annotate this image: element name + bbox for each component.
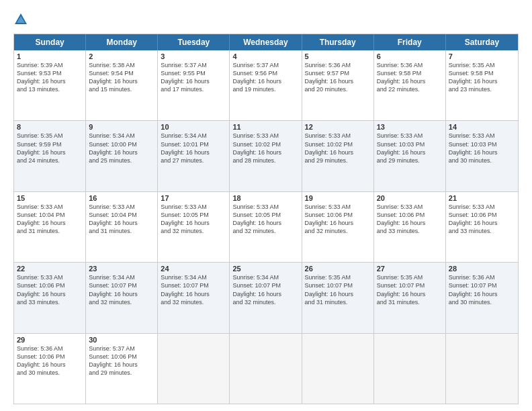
day-number: 26 [305, 265, 371, 273]
day-number: 28 [449, 265, 515, 273]
day-cell-27: 27Sunrise: 5:35 AM Sunset: 10:07 PM Dayl… [374, 263, 446, 332]
day-info: Sunrise: 5:36 AM Sunset: 9:57 PM Dayligh… [305, 61, 371, 94]
day-number: 11 [232, 123, 298, 131]
day-info: Sunrise: 5:33 AM Sunset: 10:05 PM Daylig… [161, 203, 226, 236]
day-info: Sunrise: 5:33 AM Sunset: 10:06 PM Daylig… [449, 203, 515, 236]
calendar-row-3: 15Sunrise: 5:33 AM Sunset: 10:04 PM Dayl… [14, 191, 518, 262]
day-number: 13 [377, 123, 443, 131]
empty-cell [446, 334, 518, 404]
day-info: Sunrise: 5:39 AM Sunset: 9:53 PM Dayligh… [17, 61, 83, 94]
page: SundayMondayTuesdayWednesdayThursdayFrid… [0, 0, 532, 411]
day-number: 22 [17, 265, 83, 273]
day-info: Sunrise: 5:34 AM Sunset: 10:07 PM Daylig… [232, 273, 298, 306]
day-cell-6: 6Sunrise: 5:36 AM Sunset: 9:58 PM Daylig… [374, 50, 446, 120]
day-info: Sunrise: 5:34 AM Sunset: 10:00 PM Daylig… [89, 132, 154, 165]
day-info: Sunrise: 5:33 AM Sunset: 10:02 PM Daylig… [305, 132, 371, 165]
day-number: 3 [161, 52, 226, 60]
day-number: 25 [232, 265, 298, 273]
day-info: Sunrise: 5:34 AM Sunset: 10:07 PM Daylig… [89, 273, 154, 306]
day-cell-3: 3Sunrise: 5:37 AM Sunset: 9:55 PM Daylig… [158, 50, 230, 120]
day-number: 16 [89, 194, 154, 202]
day-cell-1: 1Sunrise: 5:39 AM Sunset: 9:53 PM Daylig… [14, 50, 86, 120]
day-cell-10: 10Sunrise: 5:34 AM Sunset: 10:01 PM Dayl… [158, 121, 230, 191]
day-info: Sunrise: 5:36 AM Sunset: 10:07 PM Daylig… [449, 273, 515, 306]
day-info: Sunrise: 5:35 AM Sunset: 10:07 PM Daylig… [377, 273, 443, 306]
day-number: 19 [305, 194, 371, 202]
day-number: 14 [449, 123, 515, 131]
day-cell-21: 21Sunrise: 5:33 AM Sunset: 10:06 PM Dayl… [446, 192, 518, 262]
day-info: Sunrise: 5:37 AM Sunset: 9:56 PM Dayligh… [232, 61, 298, 94]
day-info: Sunrise: 5:35 AM Sunset: 9:58 PM Dayligh… [449, 61, 515, 94]
day-info: Sunrise: 5:34 AM Sunset: 10:07 PM Daylig… [161, 273, 226, 306]
day-info: Sunrise: 5:33 AM Sunset: 10:05 PM Daylig… [232, 203, 298, 236]
day-number: 23 [89, 265, 154, 273]
empty-cell [230, 334, 302, 404]
day-number: 2 [89, 52, 154, 60]
day-cell-20: 20Sunrise: 5:33 AM Sunset: 10:06 PM Dayl… [374, 192, 446, 262]
day-info: Sunrise: 5:35 AM Sunset: 9:59 PM Dayligh… [17, 132, 83, 165]
day-cell-24: 24Sunrise: 5:34 AM Sunset: 10:07 PM Dayl… [158, 263, 230, 332]
day-cell-4: 4Sunrise: 5:37 AM Sunset: 9:56 PM Daylig… [230, 50, 302, 120]
header-day-sunday: Sunday [14, 34, 86, 50]
day-info: Sunrise: 5:35 AM Sunset: 10:07 PM Daylig… [305, 273, 371, 306]
day-cell-9: 9Sunrise: 5:34 AM Sunset: 10:00 PM Dayli… [86, 121, 158, 191]
day-cell-30: 30Sunrise: 5:37 AM Sunset: 10:06 PM Dayl… [86, 334, 158, 404]
calendar-header: SundayMondayTuesdayWednesdayThursdayFrid… [14, 34, 518, 50]
day-info: Sunrise: 5:33 AM Sunset: 10:04 PM Daylig… [89, 203, 154, 236]
day-number: 29 [17, 336, 83, 344]
day-cell-5: 5Sunrise: 5:36 AM Sunset: 9:57 PM Daylig… [302, 50, 374, 120]
day-number: 17 [161, 194, 226, 202]
day-cell-26: 26Sunrise: 5:35 AM Sunset: 10:07 PM Dayl… [302, 263, 374, 332]
day-number: 4 [232, 52, 298, 60]
day-info: Sunrise: 5:33 AM Sunset: 10:06 PM Daylig… [17, 273, 83, 306]
day-info: Sunrise: 5:33 AM Sunset: 10:06 PM Daylig… [377, 203, 443, 236]
calendar-row-5: 29Sunrise: 5:36 AM Sunset: 10:06 PM Dayl… [14, 333, 518, 404]
calendar-row-2: 8Sunrise: 5:35 AM Sunset: 9:59 PM Daylig… [14, 120, 518, 191]
day-cell-29: 29Sunrise: 5:36 AM Sunset: 10:06 PM Dayl… [14, 334, 86, 404]
day-cell-28: 28Sunrise: 5:36 AM Sunset: 10:07 PM Dayl… [446, 263, 518, 332]
day-info: Sunrise: 5:36 AM Sunset: 10:06 PM Daylig… [17, 345, 83, 377]
day-number: 30 [89, 336, 154, 344]
day-number: 7 [449, 52, 515, 60]
day-cell-13: 13Sunrise: 5:33 AM Sunset: 10:03 PM Dayl… [374, 121, 446, 191]
header-day-thursday: Thursday [302, 34, 374, 50]
day-number: 18 [232, 194, 298, 202]
day-cell-23: 23Sunrise: 5:34 AM Sunset: 10:07 PM Dayl… [86, 263, 158, 332]
day-cell-22: 22Sunrise: 5:33 AM Sunset: 10:06 PM Dayl… [14, 263, 86, 332]
header-day-saturday: Saturday [446, 34, 518, 50]
header-day-friday: Friday [374, 34, 446, 50]
header-day-wednesday: Wednesday [230, 34, 302, 50]
calendar-row-4: 22Sunrise: 5:33 AM Sunset: 10:06 PM Dayl… [14, 262, 518, 332]
day-info: Sunrise: 5:33 AM Sunset: 10:03 PM Daylig… [449, 132, 515, 165]
day-cell-18: 18Sunrise: 5:33 AM Sunset: 10:05 PM Dayl… [230, 192, 302, 262]
day-number: 5 [305, 52, 371, 60]
day-number: 9 [89, 123, 154, 131]
day-cell-11: 11Sunrise: 5:33 AM Sunset: 10:02 PM Dayl… [230, 121, 302, 191]
day-cell-16: 16Sunrise: 5:33 AM Sunset: 10:04 PM Dayl… [86, 192, 158, 262]
day-cell-14: 14Sunrise: 5:33 AM Sunset: 10:03 PM Dayl… [446, 121, 518, 191]
header-day-tuesday: Tuesday [158, 34, 230, 50]
day-number: 24 [161, 265, 226, 273]
day-cell-25: 25Sunrise: 5:34 AM Sunset: 10:07 PM Dayl… [230, 263, 302, 332]
empty-cell [374, 334, 446, 404]
day-cell-7: 7Sunrise: 5:35 AM Sunset: 9:58 PM Daylig… [446, 50, 518, 120]
day-cell-12: 12Sunrise: 5:33 AM Sunset: 10:02 PM Dayl… [302, 121, 374, 191]
day-cell-8: 8Sunrise: 5:35 AM Sunset: 9:59 PM Daylig… [14, 121, 86, 191]
day-info: Sunrise: 5:34 AM Sunset: 10:01 PM Daylig… [161, 132, 226, 165]
day-info: Sunrise: 5:33 AM Sunset: 10:03 PM Daylig… [377, 132, 443, 165]
day-cell-17: 17Sunrise: 5:33 AM Sunset: 10:05 PM Dayl… [158, 192, 230, 262]
header-day-monday: Monday [86, 34, 158, 50]
day-info: Sunrise: 5:37 AM Sunset: 9:55 PM Dayligh… [161, 61, 226, 94]
calendar-row-1: 1Sunrise: 5:39 AM Sunset: 9:53 PM Daylig… [14, 50, 518, 120]
logo-icon [13, 12, 28, 27]
day-number: 6 [377, 52, 443, 60]
header [13, 12, 519, 27]
day-number: 10 [161, 123, 226, 131]
day-number: 27 [377, 265, 443, 273]
calendar: SundayMondayTuesdayWednesdayThursdayFrid… [13, 34, 519, 404]
day-number: 1 [17, 52, 83, 60]
day-number: 15 [17, 194, 83, 202]
calendar-body: 1Sunrise: 5:39 AM Sunset: 9:53 PM Daylig… [14, 50, 518, 404]
day-info: Sunrise: 5:37 AM Sunset: 10:06 PM Daylig… [89, 345, 154, 377]
day-cell-15: 15Sunrise: 5:33 AM Sunset: 10:04 PM Dayl… [14, 192, 86, 262]
